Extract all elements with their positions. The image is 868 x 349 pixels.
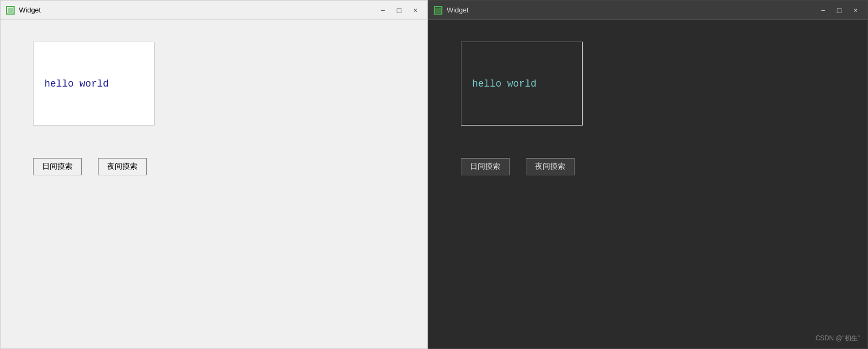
left-buttons-row: 日间摸索 夜间摸索: [33, 158, 395, 175]
watermark: CSDN @"初生": [815, 334, 860, 343]
left-window-icon: [6, 6, 15, 15]
right-window-title: Widget: [447, 6, 817, 14]
right-window-icon: [434, 6, 442, 15]
right-content: hello world 日间摸索 夜间摸索: [428, 20, 867, 348]
right-maximize-button[interactable]: □: [833, 5, 846, 16]
left-window: Widget − □ × hello world 日间摸索 夜间摸索: [0, 0, 428, 349]
left-title-controls: − □ ×: [376, 5, 422, 16]
svg-rect-1: [8, 8, 13, 13]
right-day-button[interactable]: 日间摸索: [461, 158, 510, 175]
right-buttons-row: 日间摸索 夜间摸索: [461, 158, 835, 175]
right-title-bar: Widget − □ ×: [428, 1, 867, 20]
right-hello-text: hello world: [472, 78, 537, 89]
left-close-button[interactable]: ×: [409, 5, 422, 16]
right-close-button[interactable]: ×: [849, 5, 862, 16]
left-window-title: Widget: [19, 6, 376, 14]
svg-rect-3: [435, 8, 441, 13]
right-minimize-button[interactable]: −: [817, 5, 830, 16]
right-text-box: hello world: [461, 42, 583, 126]
left-maximize-button[interactable]: □: [393, 5, 406, 16]
right-title-controls: − □ ×: [817, 5, 862, 16]
left-text-box: hello world: [33, 42, 155, 126]
left-day-button[interactable]: 日间摸索: [33, 158, 82, 175]
left-hello-text: hello world: [44, 78, 109, 89]
right-night-button[interactable]: 夜间摸索: [526, 158, 575, 175]
left-minimize-button[interactable]: −: [376, 5, 389, 16]
left-title-bar: Widget − □ ×: [1, 1, 427, 20]
left-night-button[interactable]: 夜间摸索: [98, 158, 147, 175]
right-window: Widget − □ × hello world 日间摸索 夜间摸索 CSDN …: [428, 0, 868, 349]
left-content: hello world 日间摸索 夜间摸索: [1, 20, 427, 348]
